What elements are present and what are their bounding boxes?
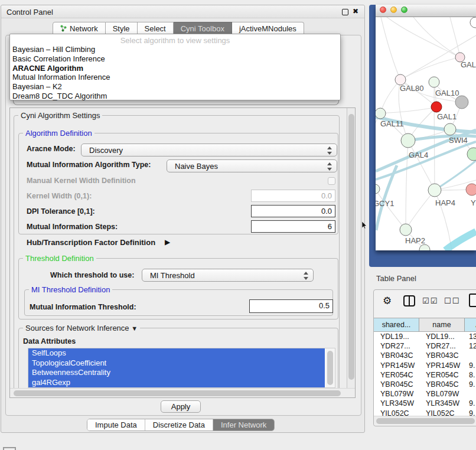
table-cell: YER054C xyxy=(374,370,419,380)
gear-icon[interactable]: ⚙ xyxy=(383,295,392,307)
table-row[interactable]: YBL079WYBL079W xyxy=(374,389,476,399)
node-label-gal10: GAL10 xyxy=(435,89,459,97)
network-node-y[interactable] xyxy=(466,184,476,195)
attributes-scrollbar-thumb[interactable] xyxy=(327,351,333,385)
table-row[interactable]: YDL19...YDL19...13 xyxy=(374,332,476,341)
attribute-item[interactable]: gal4RGexp xyxy=(28,378,325,388)
node-label-gal4: GAL4 xyxy=(409,151,428,159)
algorithm-option[interactable]: Basic Correlation Inference xyxy=(10,54,340,64)
table-cell xyxy=(465,351,476,360)
table-cell: YDR27... xyxy=(419,341,465,351)
hub-definition-toggle[interactable]: Hub/Transcription Factor Definition xyxy=(27,238,155,247)
tab-select[interactable]: Select xyxy=(138,22,174,35)
table-cell: YPR145W xyxy=(419,361,465,370)
attributes-scrollbar xyxy=(325,348,335,387)
table-cell: 9. xyxy=(465,399,476,408)
table-row[interactable]: YER054CYER054C8. xyxy=(374,370,476,380)
tab-style[interactable]: Style xyxy=(106,22,138,35)
table-horizontal-scrollbar xyxy=(374,416,476,425)
mi-algorithm-type-select[interactable]: Naive Bayes xyxy=(167,159,337,172)
node-label-gal: GAL xyxy=(461,60,476,69)
network-node-hap4[interactable] xyxy=(428,184,441,197)
algorithm-option[interactable]: ARACNE Algorithm xyxy=(10,64,340,73)
tab-jactivemnodules[interactable]: jActiveMNodules xyxy=(232,22,304,35)
table-body: YDL19...YDL19...13YDR27...YDR27...12YBR0… xyxy=(374,332,476,416)
aracne-mode-select[interactable]: Discovery xyxy=(81,144,337,156)
which-threshold-value: MI Threshold xyxy=(150,271,195,280)
network-node-gal1[interactable] xyxy=(431,102,442,112)
bottom-tab-discretize-data[interactable]: Discretize Data xyxy=(145,419,213,431)
column-header-shared...[interactable]: shared... xyxy=(374,318,419,331)
close-traffic-light-icon[interactable] xyxy=(380,6,386,13)
close-icon[interactable]: ✖ xyxy=(353,7,358,15)
settings-vertical-scrollbar xyxy=(347,108,355,397)
deselect-columns-icon[interactable]: ☐☐ xyxy=(444,296,460,305)
column-header-A[interactable]: A xyxy=(465,318,476,331)
table-cell: 13 xyxy=(465,332,476,341)
kernel-width-field[interactable]: 0.0 xyxy=(251,190,335,202)
network-node[interactable] xyxy=(470,17,476,28)
node-label-gal80: GAL80 xyxy=(400,84,423,93)
network-node[interactable] xyxy=(467,148,476,161)
bottom-tab-bar: Impute DataDiscretize DataInfer Network xyxy=(87,419,275,431)
settings-horizontal-scrollbar-thumb[interactable] xyxy=(14,390,341,396)
table-row[interactable]: YBR043CYBR043C xyxy=(374,351,476,360)
network-node-gal4[interactable] xyxy=(401,133,415,148)
network-node-gal10[interactable] xyxy=(429,77,439,87)
table-cell: 9. xyxy=(465,409,476,416)
mi-threshold-field[interactable]: 0.5 xyxy=(249,299,333,313)
table-mode-icon[interactable] xyxy=(469,294,476,307)
network-node-gcy1[interactable] xyxy=(376,184,380,194)
sources-title[interactable]: Sources for Network Inference ▼ xyxy=(23,324,140,332)
tab-label: Cyni Toolbox xyxy=(181,24,224,33)
network-canvas[interactable]: GALGAL80GAL10GAL1GAL11SWI4GAL4GCY1HAP4YH… xyxy=(376,17,476,250)
cyni-settings-scrollpane: Cyni Algorithm Settings Algorithm Defini… xyxy=(9,107,356,398)
select-all-columns-icon[interactable]: ☑☑ xyxy=(422,296,438,305)
table-cell: 12 xyxy=(465,341,476,351)
attribute-item[interactable]: SelfLoops xyxy=(28,348,325,358)
tab-network[interactable]: Network xyxy=(53,22,106,35)
chevron-right-icon[interactable]: ▶ xyxy=(165,238,170,246)
zoom-traffic-light-icon[interactable] xyxy=(401,6,407,13)
mi-steps-field[interactable]: 6 xyxy=(251,220,335,233)
network-node-gal11[interactable] xyxy=(376,108,386,119)
attribute-item[interactable]: TopologicalCoefficient xyxy=(28,358,325,369)
which-threshold-select[interactable]: MI Threshold xyxy=(142,269,314,282)
dock-panel-icon[interactable] xyxy=(3,447,16,450)
bottom-tab-infer-network[interactable]: Infer Network xyxy=(213,419,274,431)
table-cell: YBL079W xyxy=(419,389,465,399)
network-node[interactable] xyxy=(455,96,468,109)
apply-button[interactable]: Apply xyxy=(161,400,201,413)
attribute-item[interactable]: BetweennessCentrality xyxy=(28,368,325,378)
table-row[interactable]: YBR045CYBR045C9. xyxy=(374,380,476,389)
table-row[interactable]: YIL052CYIL052C9. xyxy=(374,409,476,416)
tab-cyni-toolbox[interactable]: Cyni Toolbox xyxy=(174,22,232,35)
group-title: Threshold Definition xyxy=(23,254,96,263)
algorithm-option[interactable]: Bayesian – Hill Climbing xyxy=(10,45,340,54)
table-row[interactable]: YLR345WYLR345W9. xyxy=(374,399,476,408)
aracne-mode-label: Aracne Mode: xyxy=(27,145,76,153)
node-label-gal11: GAL11 xyxy=(380,119,404,128)
bottom-tab-impute-data[interactable]: Impute Data xyxy=(87,419,145,431)
table-cell: YLR345W xyxy=(374,399,419,408)
attr-items: SelfLoopsTopologicalCoefficientBetweenne… xyxy=(28,348,335,387)
dpi-tolerance-field[interactable]: 0.0 xyxy=(251,205,335,217)
float-window-icon[interactable] xyxy=(342,9,348,15)
network-node-hap2[interactable] xyxy=(400,224,412,236)
group-title: Algorithm Definition xyxy=(23,129,94,138)
spinner-arrows-icon xyxy=(327,146,331,155)
minimize-traffic-light-icon[interactable] xyxy=(390,6,397,13)
manual-kernel-checkbox[interactable] xyxy=(328,177,335,185)
network-node-swi4[interactable] xyxy=(444,123,456,135)
algorithm-option[interactable]: Dream8 DC_TDC Algorithm xyxy=(10,92,340,101)
panel-title: Control Panel xyxy=(6,8,53,17)
algorithm-option[interactable]: Mutual Information Inference xyxy=(10,73,340,82)
table-panel-title: Table Panel xyxy=(376,274,416,283)
settings-vertical-scrollbar-thumb[interactable] xyxy=(348,114,354,380)
table-row[interactable]: YPR145WYPR145W9. xyxy=(374,361,476,370)
split-panel-icon[interactable] xyxy=(403,295,415,306)
table-horizontal-scrollbar-thumb[interactable] xyxy=(376,418,475,424)
table-row[interactable]: YDR27...YDR27...12 xyxy=(374,341,476,351)
column-header-name[interactable]: name xyxy=(419,318,465,331)
algorithm-option[interactable]: Bayesian – K2 xyxy=(10,82,340,92)
